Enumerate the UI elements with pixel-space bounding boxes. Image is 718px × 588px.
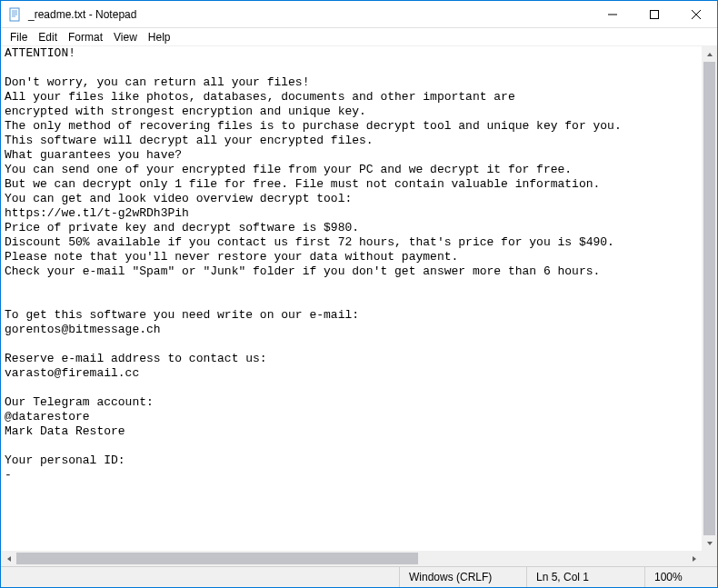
vertical-scroll-track[interactable] bbox=[702, 62, 717, 535]
vertical-scrollbar[interactable] bbox=[702, 46, 717, 551]
svg-rect-6 bbox=[651, 10, 659, 18]
window-controls bbox=[592, 1, 717, 27]
notepad-icon bbox=[8, 7, 23, 22]
menu-help[interactable]: Help bbox=[143, 30, 176, 45]
statusbar: Windows (CRLF) Ln 5, Col 1 100% bbox=[1, 566, 717, 587]
editor-area: ATTENTION! Don't worry, you can return a… bbox=[1, 46, 717, 566]
maximize-button[interactable] bbox=[633, 1, 675, 27]
vertical-scroll-thumb[interactable] bbox=[703, 62, 715, 535]
menu-view[interactable]: View bbox=[108, 30, 143, 45]
svg-marker-11 bbox=[7, 556, 11, 562]
status-position: Ln 5, Col 1 bbox=[526, 567, 644, 587]
menu-edit[interactable]: Edit bbox=[33, 30, 63, 45]
text-content[interactable]: ATTENTION! Don't worry, you can return a… bbox=[1, 46, 717, 551]
horizontal-scroll-thumb[interactable] bbox=[16, 553, 418, 564]
minimize-button[interactable] bbox=[592, 1, 633, 27]
scroll-down-arrow[interactable] bbox=[702, 535, 717, 551]
titlebar[interactable]: _readme.txt - Notepad bbox=[1, 1, 717, 28]
svg-marker-9 bbox=[707, 53, 713, 56]
horizontal-scroll-track[interactable] bbox=[16, 551, 686, 566]
close-button[interactable] bbox=[675, 1, 717, 27]
menu-format[interactable]: Format bbox=[63, 30, 108, 45]
menubar: File Edit Format View Help bbox=[1, 28, 717, 46]
svg-marker-10 bbox=[707, 542, 713, 545]
scroll-up-arrow[interactable] bbox=[702, 46, 717, 62]
menu-file[interactable]: File bbox=[5, 30, 33, 45]
status-zoom: 100% bbox=[644, 567, 717, 587]
notepad-window: _readme.txt - Notepad File Edit Format V… bbox=[0, 0, 718, 588]
horizontal-scrollbar[interactable] bbox=[1, 551, 702, 566]
scroll-corner bbox=[702, 551, 717, 566]
window-title: _readme.txt - Notepad bbox=[28, 8, 136, 21]
status-encoding: Windows (CRLF) bbox=[399, 567, 526, 587]
scroll-left-arrow[interactable] bbox=[1, 551, 16, 566]
svg-marker-12 bbox=[693, 556, 696, 562]
scroll-right-arrow[interactable] bbox=[686, 551, 702, 566]
